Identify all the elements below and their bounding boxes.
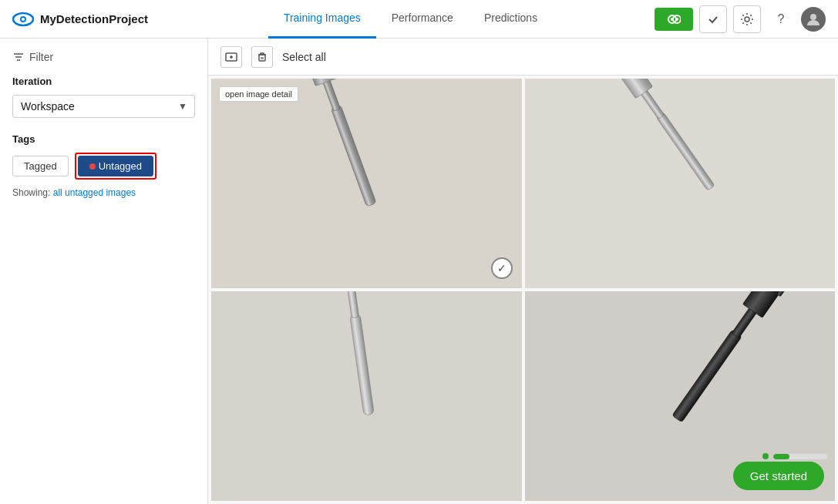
help-icon: ? [778, 12, 785, 26]
tab-predictions[interactable]: Predictions [469, 0, 553, 39]
add-images-button[interactable] [220, 46, 242, 68]
filter-row[interactable]: Filter [12, 51, 195, 63]
svg-point-2 [22, 18, 25, 21]
user-icon [806, 12, 821, 27]
iteration-select[interactable]: Workspace [12, 95, 195, 118]
filter-label: Filter [29, 51, 53, 63]
image-cell-3[interactable] [211, 291, 522, 501]
image-grid: open image detail [208, 76, 838, 504]
train-button[interactable] [655, 8, 693, 31]
fork-image-3 [211, 291, 522, 501]
tags-label: Tags [12, 133, 195, 145]
untagged-button[interactable]: Untagged [78, 156, 153, 176]
nav-tabs: Training Images Performance Predictions [167, 0, 655, 39]
svg-rect-18 [331, 105, 376, 207]
svg-rect-25 [655, 112, 714, 190]
check-button[interactable] [699, 5, 727, 33]
image-cell-2[interactable] [525, 79, 836, 288]
delete-icon [256, 51, 268, 63]
showing-text: Showing: all untagged images [12, 187, 195, 198]
svg-point-8 [810, 14, 816, 20]
tags-row: Tagged Untagged [12, 153, 195, 180]
header-actions: ? [655, 5, 826, 33]
svg-point-6 [675, 18, 678, 21]
svg-rect-20 [304, 79, 338, 86]
image-cell-4[interactable]: Get started [525, 291, 836, 501]
svg-rect-39 [671, 330, 742, 422]
fork-image-2 [525, 79, 836, 288]
iteration-label: Iteration [12, 76, 195, 87]
image-cell-1[interactable]: open image detail [211, 79, 522, 288]
svg-rect-45 [776, 291, 798, 297]
iteration-selector[interactable]: Workspace ▼ [12, 95, 195, 118]
tab-training-images[interactable]: Training Images [268, 0, 376, 39]
content-area: Select all open image detail [208, 39, 838, 504]
svg-point-7 [745, 17, 749, 22]
sidebar: Filter Iteration Workspace ▼ Tags Tagged… [0, 39, 208, 504]
select-all-button[interactable]: Select all [282, 51, 326, 63]
progress-bar-container [773, 454, 827, 459]
settings-icon [740, 12, 754, 26]
tagged-button[interactable]: Tagged [12, 156, 69, 176]
help-button[interactable]: ? [767, 5, 795, 33]
showing-link[interactable]: all untagged images [53, 187, 136, 198]
toolbar: Select all [208, 39, 838, 76]
filter-icon [12, 51, 25, 63]
untagged-dot [89, 163, 96, 170]
settings-button[interactable] [733, 5, 761, 33]
fork-image-1 [211, 79, 522, 288]
logo-icon [12, 8, 34, 30]
avatar[interactable] [801, 7, 826, 32]
main-layout: Filter Iteration Workspace ▼ Tags Tagged… [0, 39, 838, 504]
train-icon [667, 12, 681, 26]
get-started-button[interactable]: Get started [733, 462, 824, 490]
project-name: MyDetectionProject [40, 12, 148, 25]
progress-area [762, 453, 827, 459]
header: MyDetectionProject Training Images Perfo… [0, 0, 838, 39]
svg-rect-32 [350, 314, 375, 415]
check-circle-1[interactable] [491, 257, 513, 279]
image-tooltip-1: open image detail [219, 86, 298, 102]
tab-performance[interactable]: Performance [376, 0, 469, 39]
svg-rect-19 [322, 79, 341, 111]
delete-button[interactable] [251, 46, 273, 68]
progress-dot [762, 453, 769, 459]
logo-section: MyDetectionProject [12, 8, 148, 30]
svg-rect-15 [259, 55, 265, 61]
check-icon [707, 13, 719, 25]
untagged-highlight: Untagged [75, 153, 156, 180]
progress-bar-fill [773, 454, 789, 459]
add-images-icon [225, 51, 237, 63]
svg-rect-33 [347, 291, 359, 318]
